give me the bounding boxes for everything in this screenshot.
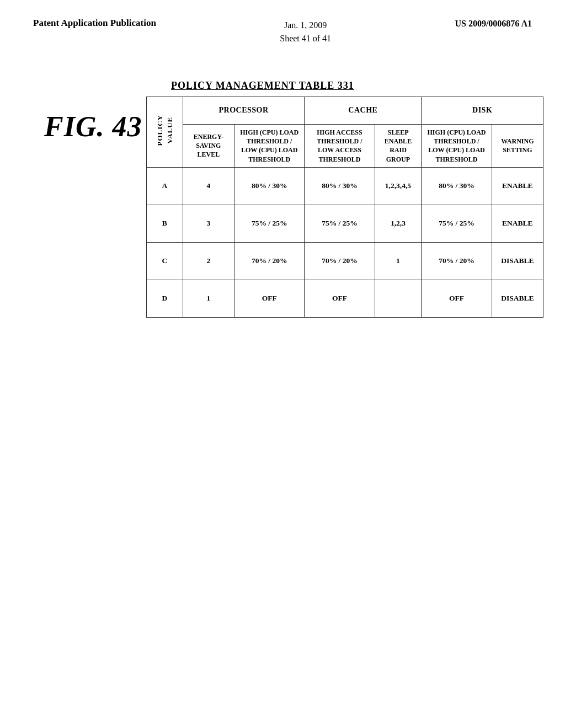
table-row: B375% / 25%75% / 25%1,2,375% / 25%ENABLE [147,205,543,242]
proc-threshold-subheader: HIGH (CPU) LOADTHRESHOLD /LOW (CPU) LOAD… [234,125,305,168]
figure-label: FIG. 43 [44,110,142,143]
table-body: A480% / 30%80% / 30%1,2,3,4,580% / 30%EN… [147,167,543,317]
proc-threshold-cell: OFF [234,280,305,317]
energy-cell: 4 [183,167,234,205]
table-row: A480% / 30%80% / 30%1,2,3,4,580% / 30%EN… [147,167,543,205]
policy-cell: D [147,280,183,317]
policy-table-container: POLICYVALUE PROCESSOR CACHE DISK ENERGY-… [146,97,543,318]
sleep-cell: 1,2,3 [375,205,422,242]
sleep-cell [375,280,422,317]
warning-cell: DISABLE [492,242,543,280]
energy-saving-subheader: ENERGY-SAVINGLEVEL [183,125,234,168]
disk-threshold-cell: OFF [422,280,492,317]
warning-cell: ENABLE [492,205,543,242]
cache-threshold-cell: OFF [305,280,375,317]
warning-cell: ENABLE [492,167,543,205]
sleep-cell: 1 [375,242,422,280]
processor-label: PROCESSOR [218,106,268,114]
disk-label: DISK [472,106,492,114]
warning-cell: DISABLE [492,280,543,317]
patent-number: US 2009/0006876 A1 [455,17,532,29]
proc-threshold-cell: 70% / 20% [234,242,305,280]
disk-group-header: DISK [422,97,543,125]
proc-threshold-cell: 75% / 25% [234,205,305,242]
energy-cell: 3 [183,205,234,242]
policy-value-header: POLICYVALUE [147,97,183,168]
policy-value-label: POLICYVALUE [155,115,174,146]
disk-threshold-cell: 80% / 30% [422,167,492,205]
disk-threshold-subheader: HIGH (CPU) LOADTHRESHOLD /LOW (CPU) LOAD… [422,125,492,168]
policy-cell: A [147,167,183,205]
date-text: Jan. 1, 2009 [280,19,331,32]
processor-group-header: PROCESSOR [183,97,305,125]
warning-subheader: WARNINGSETTING [492,125,543,168]
sub-header-row: ENERGY-SAVINGLEVEL HIGH (CPU) LOADTHRESH… [147,125,543,168]
cache-label: CACHE [348,106,377,114]
table-title: POLICY MANAGEMENT TABLE 331 [171,80,354,92]
cache-threshold-cell: 70% / 20% [305,242,375,280]
energy-cell: 2 [183,242,234,280]
cache-group-header: CACHE [305,97,422,125]
energy-cell: 1 [183,280,234,317]
policy-management-table: POLICYVALUE PROCESSOR CACHE DISK ENERGY-… [146,97,543,318]
policy-cell: C [147,242,183,280]
cache-threshold-subheader: HIGH ACCESSTHRESHOLD /LOW ACCESSTHRESHOL… [305,125,375,168]
publication-title-text: Patent Application Publication [33,18,156,28]
disk-threshold-cell: 70% / 20% [422,242,492,280]
sleep-cell: 1,2,3,4,5 [375,167,422,205]
cache-threshold-cell: 75% / 25% [305,205,375,242]
header-center: Jan. 1, 2009 Sheet 41 of 41 [280,17,331,45]
policy-cell: B [147,205,183,242]
table-row: D1OFFOFFOFFDISABLE [147,280,543,317]
sleep-subheader: SLEEPENABLERAIDGROUP [375,125,422,168]
proc-threshold-cell: 80% / 30% [234,167,305,205]
publication-title: Patent Application Publication [33,17,156,30]
cache-threshold-cell: 80% / 30% [305,167,375,205]
page-header: Patent Application Publication Jan. 1, 2… [0,0,565,45]
sheet-text: Sheet 41 of 41 [280,32,331,45]
disk-threshold-cell: 75% / 25% [422,205,492,242]
group-header-row: POLICYVALUE PROCESSOR CACHE DISK [147,97,543,125]
table-row: C270% / 20%70% / 20%170% / 20%DISABLE [147,242,543,280]
